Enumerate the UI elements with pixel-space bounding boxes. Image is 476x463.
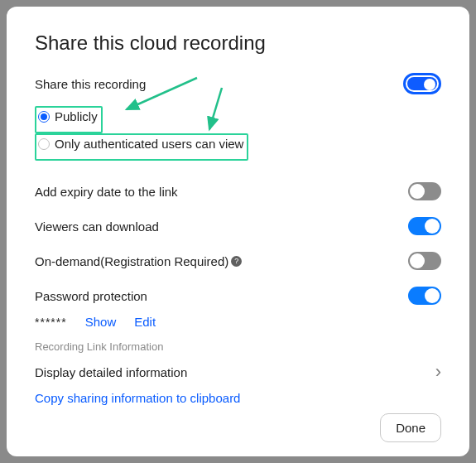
radio-publicly-label: Publicly	[55, 109, 98, 123]
password-mask: ******	[35, 316, 67, 329]
share-this-recording-label: Share this recording	[35, 77, 146, 91]
ondemand-row: On-demand(Registration Required) ?	[35, 244, 441, 278]
password-label: Password protection	[35, 289, 147, 303]
done-button[interactable]: Done	[380, 413, 441, 442]
password-toggle[interactable]	[408, 287, 441, 305]
radio-authenticated-label: Only authenticated users can view	[55, 137, 243, 151]
share-toggle[interactable]	[403, 73, 441, 94]
link-info-heading: Recording Link Information	[35, 340, 441, 353]
dialog-footer: Done	[35, 413, 441, 442]
radio-icon	[38, 138, 50, 150]
ondemand-toggle[interactable]	[408, 252, 441, 270]
password-actions: ****** Show Edit	[35, 315, 441, 329]
display-detailed-row[interactable]: Display detailed information ›	[35, 359, 441, 391]
show-password-link[interactable]: Show	[85, 315, 117, 329]
ondemand-label: On-demand(Registration Required) ?	[35, 254, 242, 268]
copy-sharing-link[interactable]: Copy sharing information to clipboard	[35, 391, 441, 405]
expiry-label: Add expiry date to the link	[35, 185, 178, 199]
expiry-toggle[interactable]	[408, 182, 441, 200]
share-this-recording-row: Share this recording	[35, 73, 441, 94]
help-icon[interactable]: ?	[231, 256, 242, 267]
dialog-title: Share this cloud recording	[35, 31, 441, 55]
annotation-highlight: Only authenticated users can view	[35, 133, 248, 161]
share-dialog: Share this cloud recording Share this re…	[7, 7, 469, 456]
chevron-right-icon: ›	[435, 363, 441, 381]
annotation-highlight: Publicly	[35, 106, 103, 133]
display-detailed-label: Display detailed information	[35, 365, 187, 379]
radio-publicly[interactable]: Publicly	[38, 109, 98, 123]
share-scope-radio-group: Publicly Only authenticated users can vi…	[35, 106, 441, 161]
radio-icon	[38, 111, 50, 123]
download-toggle[interactable]	[408, 217, 441, 235]
download-row: Viewers can download	[35, 209, 441, 244]
edit-password-link[interactable]: Edit	[134, 315, 156, 329]
password-row: Password protection	[35, 278, 441, 313]
ondemand-text: On-demand(Registration Required)	[35, 254, 228, 268]
radio-authenticated[interactable]: Only authenticated users can view	[38, 137, 243, 151]
expiry-row: Add expiry date to the link	[35, 174, 441, 209]
download-label: Viewers can download	[35, 219, 159, 234]
